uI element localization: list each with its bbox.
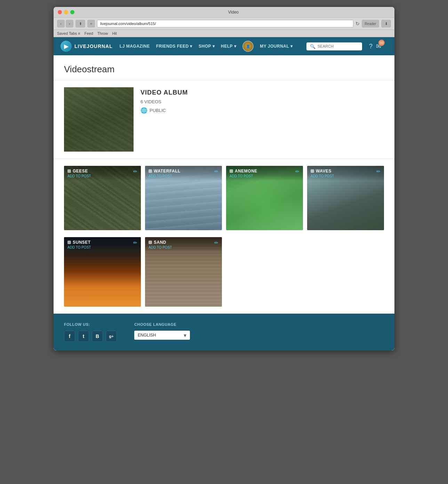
footer-content: FOLLOW US: f t B g+ CHOOSE LANGUAGE ENGL… [64,322,384,342]
notification-badge: 99 [378,40,385,46]
video-indicator [149,169,152,173]
empty-slot-3 [226,237,303,307]
video-title-sand: SAND [154,240,166,245]
video-card-sand[interactable]: SAND ADD TO POST ✏ [145,237,222,307]
add-to-post-waves[interactable]: ADD TO POST [311,174,334,178]
follow-section: FOLLOW US: f t B g+ [64,322,117,342]
browser-toolbar: ‹ › ⬆ + ↻ Reader ⬇ [54,18,394,30]
browser-titlebar: Video [54,7,394,18]
video-grid-row2: SUNSET ADD TO POST ✏ SAN [54,237,394,314]
video-title-area-anemone: ANEMONE ADD TO POST [230,169,257,178]
add-to-post-sunset[interactable]: ADD TO POST [67,245,91,249]
edit-icon-sand[interactable]: ✏ [214,240,218,245]
maximize-button[interactable] [70,10,74,14]
add-to-post-anemone[interactable]: ADD TO POST [230,174,257,178]
back-button[interactable]: ‹ [57,20,65,27]
social-icons: f t B g+ [64,331,117,342]
social-googleplus[interactable]: g+ [106,331,117,342]
help-button[interactable]: ? [369,43,373,50]
social-twitter[interactable]: t [78,331,89,342]
address-bar[interactable] [97,20,353,27]
edit-icon-waves[interactable]: ✏ [376,169,381,174]
logo-icon: ▶ [61,41,72,52]
nav-icons: ? ✉ 99 [369,42,387,50]
video-overlay-sunset: SUNSET ADD TO POST ✏ [64,237,141,252]
album-count: 6 VIDEOS [141,99,188,104]
video-title-area-waves: WAVES ADD TO POST [311,169,334,178]
video-title-area-waterfall: WATERFALL ADD TO POST [149,169,181,178]
video-title-row: SUNSET [67,240,91,245]
browser-title: Video [77,10,390,15]
video-card-anemone[interactable]: ANEMONE ADD TO POST ✏ [226,166,303,230]
nav-lj-magazine[interactable]: LJ MAGAZINE [120,44,150,49]
edit-icon-waterfall[interactable]: ✏ [214,169,218,174]
reload-button[interactable]: ↻ [355,21,360,26]
video-overlay-anemone: ANEMONE ADD TO POST ✏ [226,166,303,181]
video-title-anemone: ANEMONE [235,169,257,174]
bookmark-feed[interactable]: Feed [85,31,93,35]
search-icon: 🔍 [310,44,315,49]
page-title: Videostream [64,64,384,75]
bookmark-throw[interactable]: Throw [97,31,108,35]
album-info: VIDEO ALBUM 6 VIDEOS 🌐 PUBLIC [141,87,188,114]
video-title-waterfall: WATERFALL [154,169,181,174]
empty-slot-4 [307,237,384,307]
video-overlay-waves: WAVES ADD TO POST ✏ [307,166,384,181]
download-button[interactable]: ⬇ [381,20,391,27]
bookmarks-bar: Saved Tabs ≡ Feed Throw Hit [54,30,394,37]
nav-links: LJ MAGAZINE FRIENDS FEED ▾ SHOP ▾ HELP ▾… [120,41,299,52]
logo-text: LIVEJOURNAL [74,43,113,49]
add-to-post-waterfall[interactable]: ADD TO POST [149,174,181,178]
minimize-button[interactable] [64,10,68,14]
edit-icon-anemone[interactable]: ✏ [295,169,299,174]
bookmark-saved-tabs[interactable]: Saved Tabs ≡ [57,31,80,35]
video-indicator [149,241,152,244]
site-nav: ▶ LIVEJOURNAL LJ MAGAZINE FRIENDS FEED ▾… [54,37,394,55]
search-box: 🔍 [306,42,362,50]
nav-help[interactable]: HELP ▾ [221,44,236,49]
add-tab-button[interactable]: + [87,20,95,27]
forward-button[interactable]: › [66,20,73,27]
video-overlay-geese: GEESE ADD TO POST ✏ [64,166,141,181]
album-visibility: 🌐 PUBLIC [141,107,188,114]
video-title-row: WATERFALL [149,169,181,174]
video-card-geese[interactable]: GEESE ADD TO POST ✏ [64,166,141,230]
logo-area[interactable]: ▶ LIVEJOURNAL [61,41,113,52]
search-input[interactable] [318,44,359,48]
album-title: VIDEO ALBUM [141,89,188,96]
video-card-waterfall[interactable]: WATERFALL ADD TO POST ✏ [145,166,222,230]
nav-my-journal[interactable]: MY JOURNAL ▾ [260,44,293,49]
album-thumbnail [64,87,134,152]
language-select[interactable]: ENGLISH RUSSIAN GERMAN FRENCH SPANISH [134,331,190,340]
page-header: Videostream [54,55,394,80]
nav-avatar[interactable]: 👤 [242,41,254,52]
edit-icon-geese[interactable]: ✏ [133,169,137,174]
edit-icon-sunset[interactable]: ✏ [133,240,137,245]
page-content: ▶ LIVEJOURNAL LJ MAGAZINE FRIENDS FEED ▾… [54,37,394,350]
add-to-post-sand[interactable]: ADD TO POST [149,245,172,249]
video-indicator [67,241,71,244]
bookmark-hit[interactable]: Hit [112,31,117,35]
nav-buttons: ‹ › [57,20,73,27]
share-button[interactable]: ⬆ [75,20,85,27]
reader-button[interactable]: Reader [362,20,379,27]
album-thumbnail-image [64,87,134,152]
video-card-waves[interactable]: WAVES ADD TO POST ✏ [307,166,384,230]
nav-shop[interactable]: SHOP ▾ [199,44,215,49]
video-grid-row1: GEESE ADD TO POST ✏ WATE [54,159,394,237]
video-title-geese: GEESE [73,169,88,174]
video-title-area-sand: SAND ADD TO POST [149,240,172,249]
social-facebook[interactable]: f [64,331,75,342]
close-button[interactable] [58,10,62,14]
video-title-row: WAVES [311,169,334,174]
social-blogger[interactable]: B [92,331,103,342]
add-to-post-geese[interactable]: ADD TO POST [67,174,91,178]
page-body: Videostream VIDEO ALBUM 6 VIDEOS 🌐 [54,55,394,314]
video-card-sunset[interactable]: SUNSET ADD TO POST ✏ [64,237,141,307]
video-title-sunset: SUNSET [73,240,91,245]
video-title-waves: WAVES [316,169,331,174]
video-indicator [67,169,71,173]
nav-friends-feed[interactable]: FRIENDS FEED ▾ [156,44,192,49]
video-indicator [311,169,314,173]
video-title-area-sunset: SUNSET ADD TO POST [67,240,91,249]
